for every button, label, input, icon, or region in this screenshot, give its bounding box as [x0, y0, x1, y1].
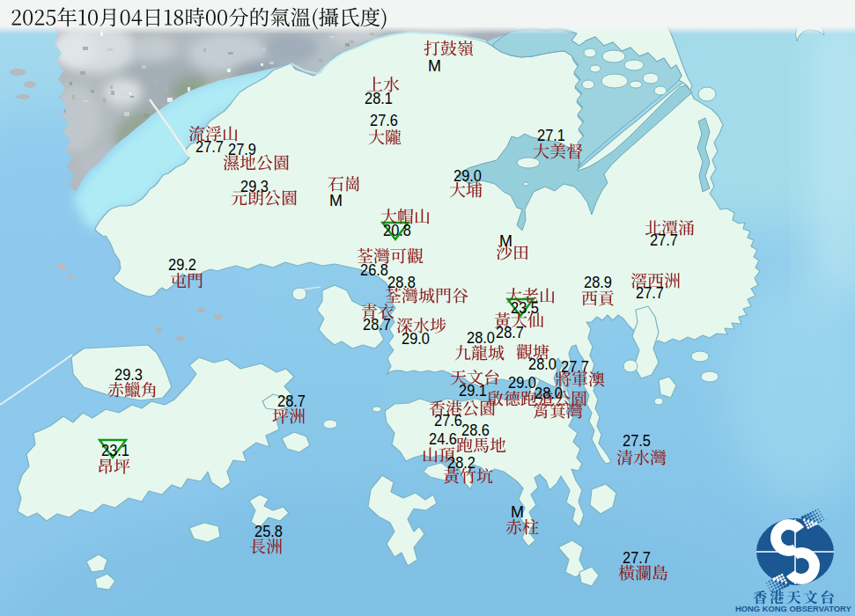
svg-text:27.7: 27.7 [650, 231, 678, 249]
svg-text:29.0: 29.0 [508, 373, 536, 392]
svg-text:28.0: 28.0 [534, 384, 563, 402]
svg-text:25.8: 25.8 [254, 522, 283, 540]
svg-text:28.9: 28.9 [584, 273, 612, 291]
svg-text:23.1: 23.1 [101, 441, 129, 459]
svg-text:27.7: 27.7 [561, 357, 589, 376]
svg-text:27.7: 27.7 [195, 137, 224, 156]
svg-text:29.3: 29.3 [114, 365, 143, 384]
svg-text:28.7: 28.7 [363, 315, 391, 334]
svg-text:27.7: 27.7 [623, 548, 651, 567]
svg-text:29.0: 29.0 [402, 329, 430, 348]
svg-text:27.9: 27.9 [228, 140, 256, 158]
svg-text:28.8: 28.8 [387, 273, 416, 291]
svg-text:23.5: 23.5 [511, 298, 539, 317]
svg-text:28.0: 28.0 [528, 355, 556, 373]
svg-text:M: M [428, 57, 441, 75]
svg-text:29.2: 29.2 [168, 255, 196, 274]
svg-text:29.3: 29.3 [240, 177, 269, 195]
svg-text:28.6: 28.6 [461, 421, 490, 439]
svg-text:28.1: 28.1 [365, 89, 393, 107]
svg-text:24.6: 24.6 [429, 429, 457, 448]
svg-text:M: M [329, 192, 343, 209]
svg-text:27.7: 27.7 [636, 283, 664, 302]
svg-text:29.1: 29.1 [459, 381, 487, 400]
svg-text:28.0: 28.0 [467, 328, 495, 347]
svg-text:20.8: 20.8 [383, 221, 411, 239]
svg-text:27.6: 27.6 [434, 411, 462, 429]
svg-text:27.5: 27.5 [623, 431, 651, 450]
svg-text:28.2: 28.2 [447, 453, 475, 472]
svg-text:27.6: 27.6 [370, 111, 398, 129]
svg-text:27.1: 27.1 [537, 126, 565, 144]
svg-text:28.7: 28.7 [496, 323, 524, 341]
svg-text:M: M [511, 503, 524, 521]
svg-text:M: M [499, 232, 512, 250]
svg-text:26.8: 26.8 [360, 260, 388, 279]
svg-text:HONG KONG OBSERVATORY: HONG KONG OBSERVATORY [735, 604, 852, 613]
svg-text:29.0: 29.0 [453, 166, 482, 185]
svg-text:28.7: 28.7 [277, 392, 306, 410]
